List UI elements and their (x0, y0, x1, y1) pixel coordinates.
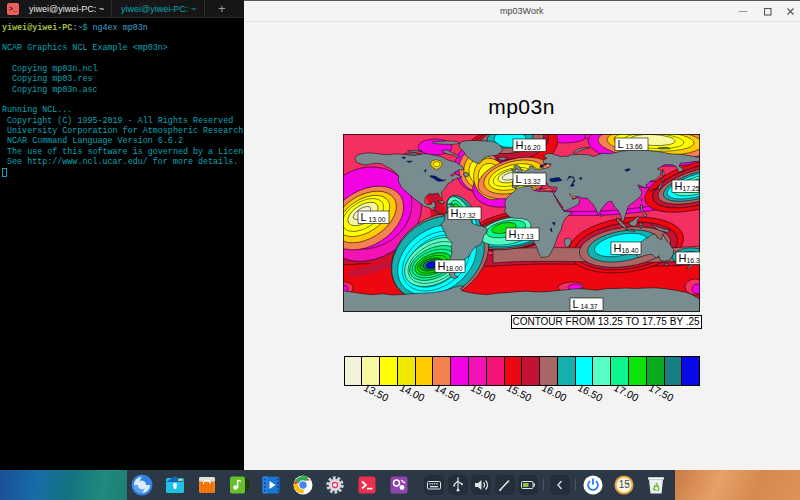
svg-text:H: H (614, 242, 622, 254)
svg-text:L: L (516, 173, 522, 185)
svg-text:13.32: 13.32 (524, 178, 541, 185)
svg-text:H: H (509, 228, 517, 240)
svg-text:17.13: 17.13 (517, 233, 534, 240)
svg-text:18.00: 18.00 (446, 265, 463, 272)
svg-text:L: L (361, 211, 367, 223)
svg-text:e: e (626, 480, 629, 486)
svg-text:H: H (516, 139, 524, 151)
svg-text:H: H (675, 180, 683, 192)
svg-text:16.31: 16.31 (687, 257, 701, 264)
svg-text:H: H (451, 207, 459, 219)
svg-text:L: L (573, 298, 579, 310)
svg-text:H: H (438, 260, 446, 272)
svg-text:17.25: 17.25 (683, 185, 700, 192)
svg-text:13.66: 13.66 (626, 143, 643, 150)
svg-text:L: L (618, 138, 624, 150)
svg-text:H: H (679, 252, 687, 264)
svg-text:13.00: 13.00 (369, 216, 386, 223)
svg-text:17.32: 17.32 (459, 212, 476, 219)
svg-text:16.20: 16.20 (524, 144, 541, 151)
svg-text:14.37: 14.37 (581, 303, 598, 310)
svg-text:16.40: 16.40 (622, 247, 639, 254)
